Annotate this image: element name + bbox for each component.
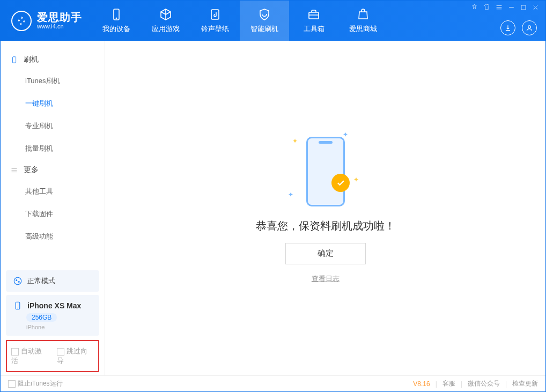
device-type: iPhone (26, 324, 45, 330)
main-content: ✦ ✦ ✦ ✦ 恭喜您，保资料刷机成功啦！ 确定 查看日志 (105, 41, 545, 376)
top-nav: 我的设备 应用游戏 铃声壁纸 智能刷机 工具箱 爱思商城 (92, 1, 388, 41)
nav-label: 爱思商城 (349, 24, 377, 34)
skin-icon[interactable] (483, 4, 490, 12)
sidebar-item-download-firmware[interactable]: 下载固件 (1, 203, 105, 225)
sidebar-item-other-tools[interactable]: 其他工具 (1, 180, 105, 203)
list-icon (10, 166, 18, 174)
device-storage-badge: 256GB (26, 313, 57, 322)
sidebar-item-advanced[interactable]: 高级功能 (1, 225, 105, 248)
nav-ringtones[interactable]: 铃声壁纸 (190, 1, 240, 41)
block-itunes-checkbox[interactable]: 阻止iTunes运行 (8, 379, 63, 388)
nav-store[interactable]: 爱思商城 (338, 1, 388, 41)
sidebar-group-more: 更多 (1, 160, 105, 180)
app-subtitle: www.i4.cn (37, 23, 82, 29)
flash-options-highlight: 自动激活 跳过向导 (6, 340, 99, 372)
sidebar-item-batch-flash[interactable]: 批量刷机 (1, 137, 105, 160)
device-name: iPhone XS Max (27, 301, 81, 310)
sparkle-icon: ✦ (292, 137, 298, 145)
status-bar: 阻止iTunes运行 V8.16 | 客服 | 微信公众号 | 检查更新 (1, 375, 545, 391)
svg-rect-6 (12, 56, 16, 62)
maximize-button[interactable] (520, 4, 527, 12)
nav-label: 工具箱 (304, 24, 324, 34)
app-header: 爱思助手 www.i4.cn 我的设备 应用游戏 铃声壁纸 智能刷机 工具箱 爱… (1, 1, 545, 41)
svg-point-7 (14, 277, 21, 285)
svg-rect-4 (521, 5, 526, 10)
success-message: 恭喜您，保资料刷机成功啦！ (256, 219, 395, 233)
app-title: 爱思助手 (37, 11, 82, 23)
phone-outline-icon (10, 56, 18, 64)
nav-my-device[interactable]: 我的设备 (92, 1, 141, 41)
mode-card[interactable]: 正常模式 (6, 270, 99, 292)
cube-icon (159, 8, 173, 21)
device-card[interactable]: iPhone XS Max 256GB iPhone (6, 295, 99, 336)
sidebar-item-itunes-flash[interactable]: iTunes刷机 (1, 70, 105, 92)
menu-icon[interactable] (496, 4, 503, 12)
feedback-icon[interactable] (471, 4, 478, 12)
nav-label: 我的设备 (102, 24, 130, 34)
sidebar-item-oneclick-flash[interactable]: 一键刷机 (1, 92, 105, 115)
nav-label: 应用游戏 (152, 24, 180, 34)
window-controls (471, 4, 539, 12)
skip-guide-checkbox[interactable]: 跳过向导 (57, 346, 94, 366)
svg-point-11 (17, 308, 18, 309)
close-button[interactable] (532, 4, 539, 12)
shield-refresh-icon (257, 8, 271, 21)
nav-toolbox[interactable]: 工具箱 (289, 1, 338, 41)
check-update-link[interactable]: 检查更新 (512, 379, 538, 388)
device-icon (12, 300, 23, 311)
account-button[interactable] (522, 20, 537, 35)
success-illustration: ✦ ✦ ✦ ✦ (283, 134, 368, 209)
sparkle-icon: ✦ (353, 176, 359, 183)
wechat-link[interactable]: 微信公众号 (468, 379, 500, 388)
support-link[interactable]: 客服 (442, 379, 455, 388)
mode-icon (12, 276, 23, 286)
app-logo: 爱思助手 www.i4.cn (1, 11, 92, 31)
svg-point-8 (16, 279, 17, 281)
version-label: V8.16 (413, 380, 430, 388)
svg-point-9 (18, 281, 20, 283)
nav-label: 铃声壁纸 (201, 24, 229, 34)
sidebar-group-flash: 刷机 (1, 49, 105, 70)
success-check-icon (331, 174, 350, 192)
auto-activate-checkbox[interactable]: 自动激活 (11, 346, 48, 366)
nav-apps-games[interactable]: 应用游戏 (141, 1, 190, 41)
ok-button[interactable]: 确定 (285, 243, 366, 264)
phone-illustration-icon (306, 137, 345, 206)
nav-label: 智能刷机 (250, 24, 278, 34)
toolbox-icon (307, 8, 321, 21)
view-log-link[interactable]: 查看日志 (312, 274, 340, 284)
sidebar-item-pro-flash[interactable]: 专业刷机 (1, 115, 105, 137)
download-manager-button[interactable] (500, 20, 515, 35)
music-icon (208, 8, 222, 21)
minimize-button[interactable] (508, 4, 515, 12)
mode-label: 正常模式 (27, 276, 55, 286)
logo-icon (11, 11, 32, 31)
svg-point-1 (116, 18, 117, 19)
sidebar: 刷机 iTunes刷机 一键刷机 专业刷机 批量刷机 更多 其他工具 下载固件 … (1, 41, 105, 376)
sparkle-icon: ✦ (288, 191, 293, 198)
svg-rect-3 (309, 12, 319, 19)
svg-point-5 (528, 26, 531, 28)
bag-icon (356, 8, 370, 21)
nav-smart-flash[interactable]: 智能刷机 (240, 1, 289, 41)
phone-icon (109, 8, 123, 21)
sparkle-icon: ✦ (343, 131, 348, 138)
